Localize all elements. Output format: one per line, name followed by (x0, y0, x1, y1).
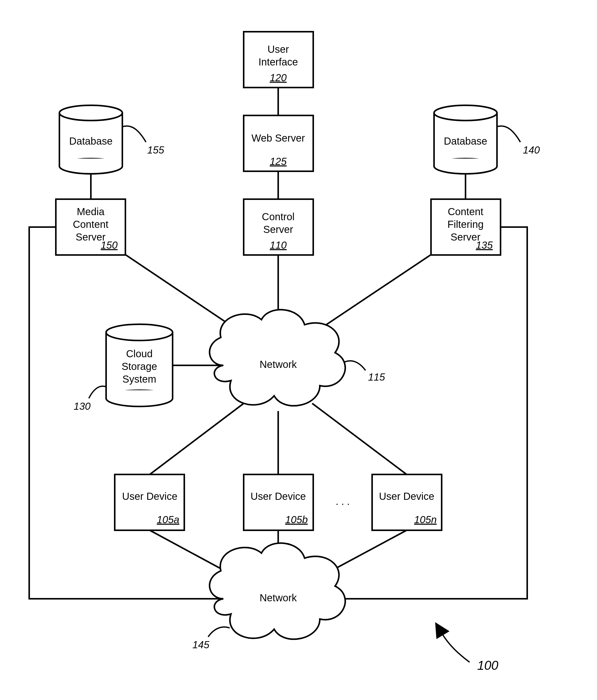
user-device-a-label: User Device (122, 491, 177, 502)
node-media-content-server: Media Content Server 150 (56, 199, 125, 255)
media-content-server-label-1: Media (77, 206, 105, 217)
node-user-device-a: User Device 105a (115, 474, 184, 530)
content-filtering-server-label-2: Filtering (448, 219, 483, 230)
user-device-n-ref: 105n (414, 514, 437, 525)
svg-line-6 (323, 255, 430, 327)
svg-point-30 (106, 324, 173, 341)
cloud-storage-label-2: Storage (122, 361, 157, 372)
node-content-filtering-server: Content Filtering Server 135 (431, 199, 501, 255)
node-user-device-b: User Device 105b (244, 474, 313, 530)
media-content-server-label-2: Content (73, 219, 109, 230)
cloud-storage-label-1: Cloud (126, 348, 153, 359)
system-diagram: User Interface 120 Web Server 125 Contro… (0, 0, 597, 700)
svg-line-9 (150, 403, 244, 474)
network-top-label: Network (260, 359, 297, 370)
media-content-server-ref: 150 (101, 240, 118, 251)
content-filtering-server-ref: 135 (476, 240, 493, 251)
ellipsis-label: . . . (336, 496, 350, 507)
control-server-label-2: Server (263, 224, 293, 235)
network-bottom-label: Network (260, 592, 297, 603)
svg-line-5 (126, 255, 234, 327)
database-left-ref: 155 (147, 144, 164, 155)
svg-line-10 (312, 403, 407, 474)
user-device-a-ref: 105a (157, 514, 180, 525)
database-right-label: Database (444, 135, 487, 147)
svg-rect-25 (435, 158, 496, 166)
figure-ref: 100 (477, 658, 499, 673)
node-user-device-n: User Device 105n (372, 474, 441, 530)
user-interface-label-2: Interface (258, 56, 298, 68)
cloud-storage-label-3: System (122, 373, 156, 385)
node-database-left: Database (59, 105, 122, 174)
network-top-ref: 115 (368, 371, 385, 383)
node-network-bottom: Network (210, 543, 345, 640)
network-bottom-ref: 145 (192, 639, 209, 650)
node-cloud-storage-system: Cloud Storage System (106, 324, 173, 406)
node-database-right: Database (434, 105, 497, 174)
svg-point-26 (434, 105, 497, 121)
web-server-label: Web Server (252, 132, 305, 144)
svg-point-22 (59, 105, 122, 121)
control-server-ref: 110 (270, 240, 287, 251)
user-device-n-label: User Device (379, 491, 434, 502)
node-network-top: Network (210, 310, 345, 406)
control-server-label-1: Control (262, 211, 295, 222)
user-interface-label-1: User (267, 44, 289, 55)
cloud-storage-ref: 130 (74, 401, 91, 412)
node-user-interface: User Interface 120 (244, 32, 313, 88)
user-interface-ref: 120 (270, 72, 287, 83)
node-control-server: Control Server 110 (244, 199, 313, 255)
web-server-ref: 125 (270, 156, 287, 167)
database-left-label: Database (69, 135, 113, 147)
database-right-ref: 140 (523, 144, 540, 155)
user-device-b-ref: 105b (285, 514, 308, 525)
svg-rect-29 (107, 390, 172, 398)
content-filtering-server-label-1: Content (448, 206, 483, 217)
svg-rect-21 (60, 158, 122, 166)
node-web-server: Web Server 125 (244, 116, 313, 171)
user-device-b-label: User Device (250, 491, 306, 502)
